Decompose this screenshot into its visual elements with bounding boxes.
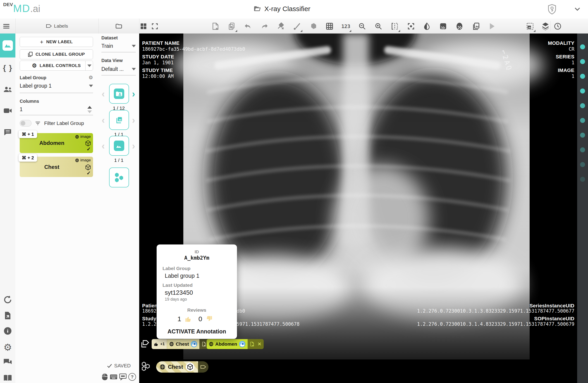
columns-input[interactable]: 1	[20, 106, 23, 112]
chip-label[interactable]: Chest	[167, 339, 199, 349]
progress-dot[interactable]	[580, 88, 585, 93]
cube-icon[interactable]	[85, 140, 91, 146]
prev-series-chevron[interactable]: ‹	[102, 117, 105, 124]
tag-icon[interactable]	[200, 364, 206, 369]
next-exam-chevron[interactable]: ›	[132, 90, 135, 97]
chip-review-count[interactable]: +1	[152, 339, 167, 349]
chip-label[interactable]: Abdomen	[207, 339, 248, 349]
book-icon	[3, 374, 12, 382]
dither-mask-icon[interactable]	[439, 22, 448, 31]
rail-item-video[interactable]	[0, 108, 15, 114]
progress-dot[interactable]	[580, 147, 585, 152]
window-level-icon[interactable]	[390, 22, 399, 31]
label-controls-button[interactable]: ⚙ LABEL CONTROLS	[20, 61, 93, 71]
stepper-up-icon[interactable]	[87, 106, 92, 109]
keyboard-icon[interactable]	[110, 374, 117, 380]
undo-icon[interactable]	[244, 22, 252, 31]
brush-tool-icon[interactable]	[293, 22, 301, 31]
copy-annotation-set-icon[interactable]	[140, 340, 149, 349]
exam-card[interactable]	[109, 84, 129, 104]
rail-item-docs[interactable]	[0, 374, 15, 382]
redo-icon[interactable]	[260, 22, 269, 31]
mdai-logo[interactable]: MD.ai	[13, 2, 40, 15]
focus-point-icon[interactable]	[406, 22, 416, 31]
study-time-label: STUDY TIME	[142, 67, 173, 73]
eraser-tool-icon[interactable]	[309, 22, 318, 31]
progress-dot[interactable]	[580, 133, 585, 138]
active-label-chip-chest[interactable]: Chest	[156, 361, 209, 373]
zoom-out-icon[interactable]	[357, 22, 367, 31]
rail-item-users[interactable]	[0, 86, 15, 93]
image-card[interactable]	[109, 136, 129, 156]
copy-to-icon[interactable]	[202, 341, 206, 347]
numbers-tool-icon[interactable]: 123	[341, 22, 350, 31]
rail-item-notes[interactable]	[0, 128, 15, 135]
prev-exam-chevron[interactable]: ‹	[102, 90, 105, 97]
play-icon[interactable]	[487, 22, 497, 31]
next-series-chevron[interactable]: ›	[132, 117, 135, 124]
gear-icon[interactable]: ⚙	[88, 75, 93, 81]
progress-dot[interactable]	[580, 103, 585, 108]
dataset-select[interactable]: Train	[101, 43, 136, 49]
mouse-icon[interactable]	[102, 373, 108, 381]
invert-contrast-icon[interactable]	[422, 22, 431, 31]
progress-dot[interactable]	[580, 74, 585, 79]
next-image-chevron[interactable]: ›	[132, 143, 135, 149]
cube-icon[interactable]	[186, 363, 194, 371]
progress-dot[interactable]	[580, 177, 585, 182]
prev-image-chevron[interactable]: ‹	[102, 143, 105, 149]
label-controls-dropdown[interactable]	[87, 64, 91, 67]
feedback-icon[interactable]	[119, 374, 126, 380]
series-card[interactable]	[109, 110, 129, 130]
delete-annotation-icon[interactable]	[276, 22, 285, 31]
history-clock-icon[interactable]	[553, 22, 562, 31]
rail-item-chat[interactable]	[0, 359, 15, 366]
copy-annotations-icon[interactable]	[227, 22, 236, 31]
image-icon	[114, 141, 124, 151]
dither-shape-icon[interactable]	[455, 22, 464, 31]
layout-grid-icon[interactable]	[139, 22, 148, 31]
rail-item-export[interactable]	[0, 312, 15, 319]
table-grid-icon[interactable]	[325, 22, 334, 31]
hamburger-menu-icon[interactable]	[2, 22, 11, 31]
zoom-in-icon[interactable]	[374, 22, 383, 31]
ml-models-card[interactable]	[109, 168, 129, 188]
label-group-select[interactable]: Label group 1	[20, 83, 93, 89]
thumb-up-icon[interactable]	[185, 316, 192, 322]
stepper-down-icon[interactable]	[87, 110, 92, 113]
privacy-shield-icon[interactable]	[547, 4, 557, 15]
study-date-value: Jan 1, 1901	[142, 60, 174, 65]
layers-icon[interactable]	[541, 22, 550, 31]
image-capture-icon[interactable]	[525, 22, 535, 31]
new-label-button[interactable]: + NEW LABEL	[20, 37, 93, 47]
rail-item-info[interactable]	[0, 327, 15, 335]
activate-annotation-button[interactable]: ACTIVATE Annotation	[157, 328, 237, 335]
rail-item-refresh[interactable]	[0, 296, 15, 304]
filter-toggle[interactable]	[20, 120, 31, 127]
annotation-chip-abdomen[interactable]: Abdomen ✕	[207, 339, 264, 349]
project-title-group[interactable]: X-ray Classifier	[253, 5, 310, 13]
rail-item-settings[interactable]: ⚙	[0, 342, 15, 353]
rail-item-images-active[interactable]	[0, 34, 15, 58]
image-stack-icon[interactable]	[471, 22, 480, 31]
data-view-select[interactable]: Default ...	[101, 66, 136, 72]
progress-dot[interactable]	[580, 162, 585, 167]
fullscreen-icon[interactable]	[150, 22, 159, 31]
chip-label[interactable]: Chest	[156, 361, 198, 373]
rail-item-json[interactable]: { }	[0, 64, 15, 72]
copy-to-icon[interactable]	[250, 341, 254, 347]
close-icon[interactable]: ✕	[258, 341, 262, 347]
progress-dot[interactable]	[580, 44, 585, 49]
exam-hexagons-icon[interactable]	[141, 361, 151, 372]
annotation-chip-chest[interactable]: +1 Chest ✕	[152, 339, 215, 349]
left-rail: { } ⚙	[0, 34, 16, 383]
new-annotation-icon[interactable]	[211, 22, 220, 31]
account-chevron-down-icon[interactable]	[574, 7, 581, 11]
cube-icon[interactable]	[85, 164, 91, 170]
divider	[20, 93, 93, 93]
help-icon[interactable]: ?	[128, 373, 136, 381]
thumb-down-icon[interactable]	[206, 316, 212, 322]
progress-dot[interactable]	[580, 118, 585, 123]
progress-dot[interactable]	[580, 59, 585, 64]
clone-label-group-button[interactable]: CLONE LABEL GROUP	[20, 49, 93, 59]
